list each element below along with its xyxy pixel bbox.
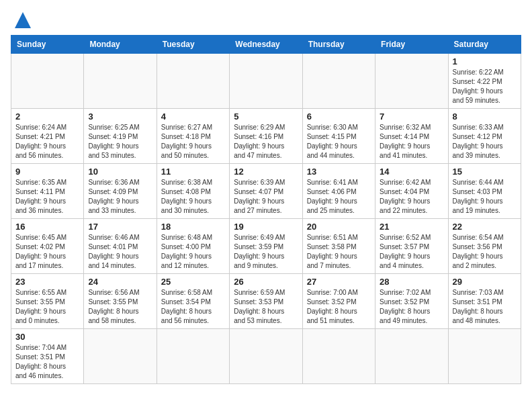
- day-info: Sunrise: 6:46 AM Sunset: 4:01 PM Dayligh…: [88, 233, 152, 271]
- day-number: 18: [161, 222, 225, 232]
- day-info: Sunrise: 6:36 AM Sunset: 4:09 PM Dayligh…: [88, 178, 152, 216]
- day-number: 20: [307, 222, 371, 232]
- calendar-week-2: 2Sunrise: 6:24 AM Sunset: 4:21 PM Daylig…: [11, 109, 521, 164]
- day-number: 9: [15, 167, 79, 177]
- day-number: 1: [453, 56, 517, 66]
- calendar-cell: 1Sunrise: 6:22 AM Sunset: 4:22 PM Daylig…: [448, 54, 521, 109]
- day-info: Sunrise: 6:35 AM Sunset: 4:11 PM Dayligh…: [15, 178, 79, 216]
- calendar-cell: 27Sunrise: 7:00 AM Sunset: 3:52 PM Dayli…: [302, 274, 375, 329]
- calendar-week-3: 9Sunrise: 6:35 AM Sunset: 4:11 PM Daylig…: [11, 164, 521, 219]
- header-thursday: Thursday: [302, 36, 375, 54]
- day-info: Sunrise: 6:58 AM Sunset: 3:54 PM Dayligh…: [161, 288, 225, 326]
- day-number: 12: [234, 167, 298, 177]
- day-info: Sunrise: 6:24 AM Sunset: 4:21 PM Dayligh…: [15, 123, 79, 161]
- day-number: 11: [161, 167, 225, 177]
- calendar-cell: 19Sunrise: 6:49 AM Sunset: 3:59 PM Dayli…: [230, 219, 302, 274]
- day-info: Sunrise: 6:39 AM Sunset: 4:07 PM Dayligh…: [234, 178, 298, 216]
- day-info: Sunrise: 6:22 AM Sunset: 4:22 PM Dayligh…: [453, 68, 517, 105]
- calendar-cell: 24Sunrise: 6:56 AM Sunset: 3:55 PM Dayli…: [84, 274, 157, 329]
- logo-icon: [13, 11, 32, 30]
- calendar-cell: 5Sunrise: 6:29 AM Sunset: 4:16 PM Daylig…: [230, 109, 302, 164]
- day-number: 4: [161, 111, 225, 122]
- day-info: Sunrise: 6:49 AM Sunset: 3:59 PM Dayligh…: [234, 233, 298, 271]
- day-number: 24: [88, 277, 152, 287]
- day-info: Sunrise: 7:02 AM Sunset: 3:52 PM Dayligh…: [380, 288, 443, 326]
- day-number: 13: [307, 167, 371, 177]
- day-number: 16: [15, 222, 79, 232]
- calendar-cell: 16Sunrise: 6:45 AM Sunset: 4:02 PM Dayli…: [11, 219, 84, 274]
- calendar-cell: [375, 329, 448, 384]
- day-info: Sunrise: 6:25 AM Sunset: 4:19 PM Dayligh…: [88, 123, 152, 161]
- calendar-cell: 28Sunrise: 7:02 AM Sunset: 3:52 PM Dayli…: [375, 274, 448, 329]
- day-number: 6: [307, 111, 371, 122]
- calendar-cell: 2Sunrise: 6:24 AM Sunset: 4:21 PM Daylig…: [11, 109, 84, 164]
- calendar-cell: 12Sunrise: 6:39 AM Sunset: 4:07 PM Dayli…: [230, 164, 302, 219]
- day-info: Sunrise: 6:33 AM Sunset: 4:12 PM Dayligh…: [453, 123, 517, 161]
- header-monday: Monday: [84, 36, 157, 54]
- calendar-cell: [157, 54, 229, 109]
- header-friday: Friday: [375, 36, 448, 54]
- calendar-cell: 10Sunrise: 6:36 AM Sunset: 4:09 PM Dayli…: [84, 164, 157, 219]
- day-info: Sunrise: 6:27 AM Sunset: 4:18 PM Dayligh…: [161, 123, 225, 161]
- day-info: Sunrise: 6:45 AM Sunset: 4:02 PM Dayligh…: [15, 233, 79, 271]
- day-number: 7: [380, 111, 443, 122]
- calendar-cell: 23Sunrise: 6:55 AM Sunset: 3:55 PM Dayli…: [11, 274, 84, 329]
- calendar-cell: [84, 329, 157, 384]
- day-info: Sunrise: 6:55 AM Sunset: 3:55 PM Dayligh…: [15, 288, 79, 326]
- day-number: 5: [234, 111, 298, 122]
- day-number: 22: [453, 222, 517, 232]
- calendar-cell: [84, 54, 157, 109]
- day-number: 26: [234, 277, 298, 287]
- day-number: 25: [161, 277, 225, 287]
- calendar-cell: 20Sunrise: 6:51 AM Sunset: 3:58 PM Dayli…: [302, 219, 375, 274]
- day-info: Sunrise: 7:00 AM Sunset: 3:52 PM Dayligh…: [307, 288, 371, 326]
- calendar-cell: [157, 329, 229, 384]
- header-wednesday: Wednesday: [230, 36, 302, 54]
- calendar-cell: [302, 329, 375, 384]
- calendar: SundayMondayTuesdayWednesdayThursdayFrid…: [11, 35, 521, 384]
- day-info: Sunrise: 6:41 AM Sunset: 4:06 PM Dayligh…: [307, 178, 371, 216]
- day-number: 3: [88, 111, 152, 122]
- day-number: 19: [234, 222, 298, 232]
- calendar-cell: 30Sunrise: 7:04 AM Sunset: 3:51 PM Dayli…: [11, 329, 84, 384]
- calendar-cell: 6Sunrise: 6:30 AM Sunset: 4:15 PM Daylig…: [302, 109, 375, 164]
- day-number: 21: [380, 222, 443, 232]
- day-number: 15: [453, 167, 517, 177]
- calendar-header-row: SundayMondayTuesdayWednesdayThursdayFrid…: [11, 36, 521, 54]
- calendar-cell: 22Sunrise: 6:54 AM Sunset: 3:56 PM Dayli…: [448, 219, 521, 274]
- logo: [11, 11, 32, 30]
- day-number: 14: [380, 167, 443, 177]
- calendar-cell: 9Sunrise: 6:35 AM Sunset: 4:11 PM Daylig…: [11, 164, 84, 219]
- day-info: Sunrise: 7:03 AM Sunset: 3:51 PM Dayligh…: [453, 288, 517, 326]
- calendar-cell: 14Sunrise: 6:42 AM Sunset: 4:04 PM Dayli…: [375, 164, 448, 219]
- day-info: Sunrise: 6:42 AM Sunset: 4:04 PM Dayligh…: [380, 178, 443, 216]
- calendar-cell: 11Sunrise: 6:38 AM Sunset: 4:08 PM Dayli…: [157, 164, 229, 219]
- day-number: 8: [453, 111, 517, 122]
- day-info: Sunrise: 6:29 AM Sunset: 4:16 PM Dayligh…: [234, 123, 298, 161]
- header-saturday: Saturday: [448, 36, 521, 54]
- day-number: 17: [88, 222, 152, 232]
- calendar-week-6: 30Sunrise: 7:04 AM Sunset: 3:51 PM Dayli…: [11, 329, 521, 384]
- day-info: Sunrise: 6:51 AM Sunset: 3:58 PM Dayligh…: [307, 233, 371, 271]
- calendar-cell: 18Sunrise: 6:48 AM Sunset: 4:00 PM Dayli…: [157, 219, 229, 274]
- day-number: 23: [15, 277, 79, 287]
- day-number: 10: [88, 167, 152, 177]
- calendar-cell: 4Sunrise: 6:27 AM Sunset: 4:18 PM Daylig…: [157, 109, 229, 164]
- header-sunday: Sunday: [11, 36, 84, 54]
- day-info: Sunrise: 6:38 AM Sunset: 4:08 PM Dayligh…: [161, 178, 225, 216]
- svg-marker-0: [15, 12, 31, 28]
- calendar-cell: 13Sunrise: 6:41 AM Sunset: 4:06 PM Dayli…: [302, 164, 375, 219]
- calendar-cell: 25Sunrise: 6:58 AM Sunset: 3:54 PM Dayli…: [157, 274, 229, 329]
- calendar-cell: [375, 54, 448, 109]
- day-info: Sunrise: 6:54 AM Sunset: 3:56 PM Dayligh…: [453, 233, 517, 271]
- header-tuesday: Tuesday: [157, 36, 229, 54]
- calendar-cell: 15Sunrise: 6:44 AM Sunset: 4:03 PM Dayli…: [448, 164, 521, 219]
- day-info: Sunrise: 6:32 AM Sunset: 4:14 PM Dayligh…: [380, 123, 443, 161]
- calendar-cell: 26Sunrise: 6:59 AM Sunset: 3:53 PM Dayli…: [230, 274, 302, 329]
- calendar-cell: [302, 54, 375, 109]
- day-info: Sunrise: 6:59 AM Sunset: 3:53 PM Dayligh…: [234, 288, 298, 326]
- calendar-cell: 3Sunrise: 6:25 AM Sunset: 4:19 PM Daylig…: [84, 109, 157, 164]
- calendar-cell: 8Sunrise: 6:33 AM Sunset: 4:12 PM Daylig…: [448, 109, 521, 164]
- day-number: 30: [15, 332, 79, 342]
- day-number: 2: [15, 111, 79, 122]
